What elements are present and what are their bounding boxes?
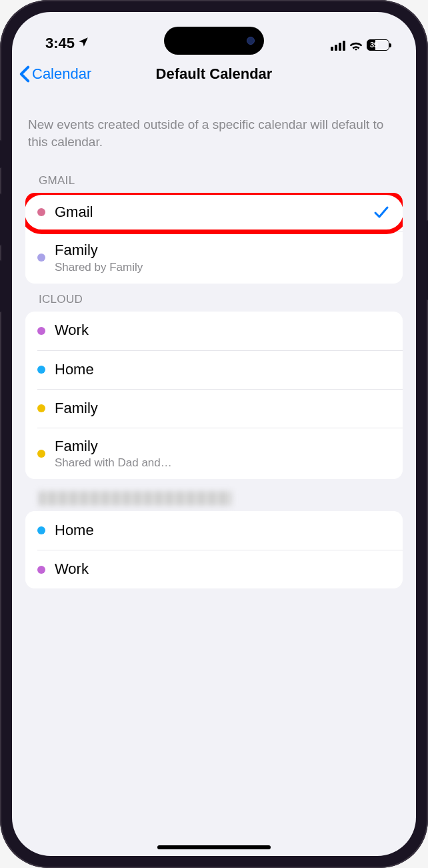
calendar-sublabel: Shared with Dad and… (55, 456, 389, 470)
calendar-color-dot-icon (37, 254, 45, 262)
calendar-label: Home (55, 361, 389, 378)
settings-group: GmailFamilyShared by Family (25, 193, 403, 283)
calendar-label: Work (55, 322, 389, 339)
battery-percent: 39 (370, 41, 378, 49)
settings-group: WorkHomeFamilyFamilyShared with Dad and… (25, 312, 403, 479)
row-text: Work (55, 322, 389, 339)
back-label: Calendar (32, 65, 91, 83)
back-button[interactable]: Calendar (19, 65, 91, 83)
calendar-color-dot-icon (37, 404, 45, 412)
calendar-color-dot-icon (37, 566, 45, 574)
calendar-row[interactable]: Work (37, 550, 403, 588)
calendar-row[interactable]: Work (25, 312, 403, 350)
row-text: Gmail (55, 203, 364, 221)
content-scroll[interactable]: New events created outside of a specific… (12, 93, 416, 856)
calendar-color-dot-icon (37, 366, 45, 374)
wifi-icon (349, 40, 363, 51)
calendar-row[interactable]: Gmail (25, 193, 403, 232)
screen: 3:45 39 (12, 12, 416, 856)
calendar-row[interactable]: Home (25, 511, 403, 550)
row-text: FamilyShared with Dad and… (55, 438, 389, 470)
calendar-row[interactable]: FamilyShared with Dad and… (37, 428, 403, 479)
section-header: ICLOUD (25, 284, 403, 312)
page-title: Default Calendar (156, 65, 273, 83)
row-text: Family (55, 400, 389, 417)
device-frame: 3:45 39 (0, 0, 428, 868)
calendar-row[interactable]: FamilyShared by Family (37, 232, 403, 283)
calendar-color-dot-icon (37, 450, 45, 458)
calendar-row[interactable]: Home (37, 350, 403, 389)
calendar-label: Family (55, 400, 389, 417)
status-time: 3:45 (45, 35, 75, 52)
home-indicator[interactable] (157, 845, 271, 849)
calendar-label: Family (55, 438, 389, 455)
row-text: Home (55, 522, 389, 539)
calendar-row[interactable]: Family (37, 389, 403, 428)
location-icon (77, 36, 89, 51)
calendar-sublabel: Shared by Family (55, 261, 389, 274)
calendar-label: Family (55, 242, 389, 259)
row-text: FamilyShared by Family (55, 242, 389, 274)
silence-switch (0, 140, 1, 168)
settings-group: HomeWork (25, 511, 403, 588)
calendar-label: Gmail (55, 203, 364, 221)
section-header (39, 491, 232, 506)
navigation-bar: Calendar Default Calendar (12, 55, 416, 93)
cellular-signal-icon (331, 40, 345, 51)
volume-up-button (0, 193, 1, 246)
dynamic-island (164, 27, 264, 55)
row-text: Work (55, 560, 389, 578)
description-text: New events created outside of a specific… (25, 93, 403, 165)
calendar-color-dot-icon (37, 526, 45, 534)
battery-icon: 39 (367, 39, 389, 51)
calendar-label: Home (55, 522, 389, 539)
calendar-color-dot-icon (37, 208, 45, 216)
chevron-left-icon (19, 65, 31, 83)
row-text: Home (55, 361, 389, 378)
calendar-color-dot-icon (37, 327, 45, 335)
camera-dot-icon (247, 37, 255, 45)
volume-down-button (0, 260, 1, 312)
checkmark-icon (373, 205, 389, 220)
calendar-label: Work (55, 560, 389, 578)
section-header: GMAIL (25, 165, 403, 193)
